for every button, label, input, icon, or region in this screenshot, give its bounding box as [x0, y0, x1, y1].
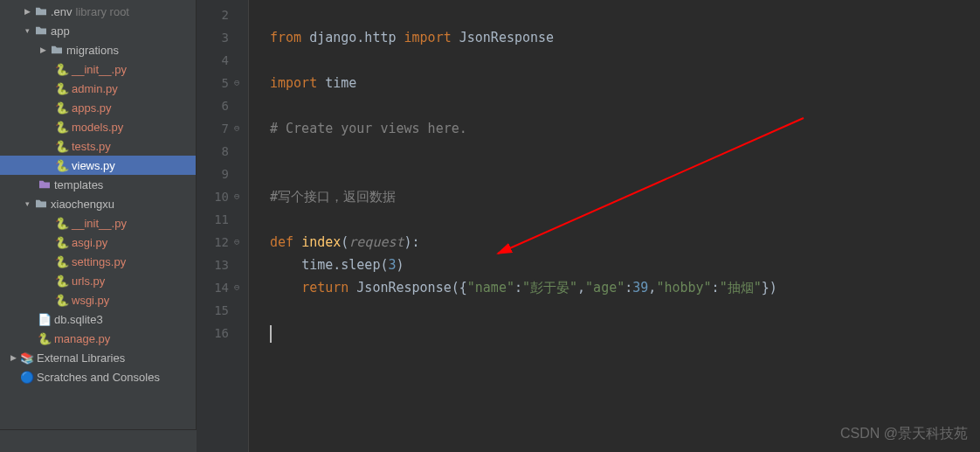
- tree-file-views[interactable]: 🐍 views.py: [0, 156, 196, 175]
- code-line[interactable]: [270, 163, 980, 185]
- line-number[interactable]: 7: [197, 117, 248, 140]
- tree-lib-label: library root: [76, 5, 129, 18]
- tree-file-asgi[interactable]: 🐍 asgi.py: [0, 233, 196, 252]
- code-line[interactable]: ⊖def index(request):: [270, 231, 980, 254]
- code-line[interactable]: [270, 322, 980, 344]
- tree-file-manage[interactable]: 🐍 manage.py: [0, 329, 196, 348]
- code-line[interactable]: ⊖# Create your views here.: [270, 117, 980, 140]
- project-tree[interactable]: ▶ .env library root ▾ app ▶ migrations 🐍…: [0, 0, 197, 452]
- python-file-icon: 🐍: [54, 159, 70, 172]
- line-number[interactable]: 14: [197, 276, 248, 299]
- tree-file-models[interactable]: 🐍 models.py: [0, 117, 196, 136]
- code-line[interactable]: [270, 208, 980, 231]
- line-number[interactable]: 13: [197, 254, 248, 276]
- tree-file-urls[interactable]: 🐍 urls.py: [0, 271, 196, 290]
- tree-label: db.sqlite3: [54, 313, 103, 326]
- fold-marker-icon[interactable]: ⊖: [234, 72, 240, 94]
- code-line[interactable]: from django.http import JsonResponse: [270, 26, 980, 49]
- line-number[interactable]: 6: [197, 94, 248, 117]
- code-line[interactable]: [270, 49, 980, 72]
- python-file-icon: 🐍: [54, 217, 70, 230]
- chevron-right-icon: ▶: [37, 45, 49, 54]
- line-number[interactable]: 8: [197, 140, 248, 163]
- fold-marker-icon[interactable]: ⊖: [234, 117, 240, 140]
- python-file-icon: 🐍: [54, 63, 70, 76]
- tree-file-wsgi[interactable]: 🐍 wsgi.py: [0, 290, 196, 309]
- folder-icon: [33, 198, 49, 209]
- tree-label: asgi.py: [72, 236, 107, 249]
- tree-label: .env: [51, 5, 72, 18]
- code-line[interactable]: ⊖ return JsonResponse({"name":"彭于晏","age…: [270, 276, 980, 299]
- code-line[interactable]: ⊖#写个接口，返回数据: [270, 185, 980, 208]
- folder-icon: [37, 179, 52, 190]
- python-file-icon: 🐍: [54, 294, 70, 307]
- tree-label: templates: [54, 178, 103, 191]
- watermark: CSDN @景天科技苑: [840, 425, 968, 443]
- chevron-down-icon: ▾: [21, 26, 33, 35]
- tree-label: settings.py: [72, 255, 126, 268]
- python-file-icon: 🐍: [54, 121, 70, 134]
- chevron-right-icon: ▶: [21, 7, 33, 16]
- folder-icon: [33, 6, 49, 17]
- line-number[interactable]: 16: [197, 322, 248, 344]
- code-line[interactable]: [270, 94, 980, 117]
- tree-folder-app[interactable]: ▾ app: [0, 21, 196, 40]
- python-file-icon: 🐍: [54, 101, 70, 115]
- tree-folder-migrations[interactable]: ▶ migrations: [0, 40, 196, 59]
- code-line[interactable]: ⊖import time: [270, 72, 980, 94]
- fold-marker-icon[interactable]: ⊖: [234, 185, 240, 208]
- code-line[interactable]: [270, 3, 980, 26]
- fold-marker-icon[interactable]: ⊖: [234, 231, 240, 254]
- tree-label: admin.py: [72, 82, 118, 95]
- scratches-icon: 🔵: [19, 371, 35, 384]
- tree-label: Scratches and Consoles: [37, 371, 160, 384]
- tree-file-admin[interactable]: 🐍 admin.py: [0, 79, 196, 98]
- tree-label: migrations: [66, 44, 119, 57]
- line-number[interactable]: 2: [197, 3, 248, 26]
- line-number[interactable]: 10: [197, 185, 248, 208]
- code-line[interactable]: [270, 299, 980, 322]
- fold-marker-icon[interactable]: ⊖: [234, 276, 240, 299]
- code-line[interactable]: [270, 140, 980, 163]
- tree-file-init[interactable]: 🐍 __init__.py: [0, 59, 196, 79]
- tree-folder-xiaochengxu[interactable]: ▾ xiaochengxu: [0, 194, 196, 213]
- python-file-icon: 🐍: [54, 275, 70, 288]
- line-gutter[interactable]: 2 3 4 5 6 7 8 9 10 11 12 13 14 15 16: [197, 0, 249, 452]
- tree-label: xiaochengxu: [51, 198, 114, 211]
- tree-file-apps[interactable]: 🐍 apps.py: [0, 98, 196, 117]
- tree-label: tests.py: [72, 140, 111, 153]
- code-editor[interactable]: from django.http import JsonResponse ⊖im…: [249, 0, 980, 452]
- bottom-bar: [0, 429, 197, 452]
- folder-icon: [49, 45, 65, 55]
- tree-file-tests[interactable]: 🐍 tests.py: [0, 136, 196, 156]
- line-number[interactable]: 4: [197, 49, 248, 72]
- caret: [270, 325, 272, 343]
- tree-scratches[interactable]: 🔵 Scratches and Consoles: [0, 367, 196, 386]
- database-file-icon: 📄: [37, 313, 52, 326]
- tree-file-settings[interactable]: 🐍 settings.py: [0, 252, 196, 271]
- chevron-down-icon: ▾: [21, 199, 33, 208]
- tree-folder-templates[interactable]: templates: [0, 175, 196, 194]
- tree-folder-env[interactable]: ▶ .env library root: [0, 2, 196, 21]
- tree-label: __init__.py: [72, 63, 127, 76]
- line-number[interactable]: 15: [197, 299, 248, 322]
- tree-external-libraries[interactable]: ▶ 📚 External Libraries: [0, 348, 196, 367]
- python-file-icon: 🐍: [54, 236, 70, 249]
- line-number[interactable]: 3: [197, 26, 248, 49]
- line-number[interactable]: 9: [197, 163, 248, 185]
- code-line[interactable]: time.sleep(3): [270, 254, 980, 276]
- python-file-icon: 🐍: [37, 332, 52, 345]
- library-icon: 📚: [19, 351, 35, 365]
- tree-label: urls.py: [72, 275, 105, 288]
- line-number[interactable]: 5: [197, 72, 248, 94]
- python-file-icon: 🐍: [54, 140, 70, 153]
- tree-file-init2[interactable]: 🐍 __init__.py: [0, 213, 196, 233]
- tree-label: app: [51, 24, 70, 38]
- line-number[interactable]: 12: [197, 231, 248, 254]
- tree-label: apps.py: [72, 101, 112, 115]
- tree-label: views.py: [72, 159, 115, 172]
- line-number[interactable]: 11: [197, 208, 248, 231]
- tree-label: __init__.py: [72, 217, 127, 230]
- tree-file-db[interactable]: 📄 db.sqlite3: [0, 309, 196, 329]
- chevron-right-icon: ▶: [7, 353, 19, 362]
